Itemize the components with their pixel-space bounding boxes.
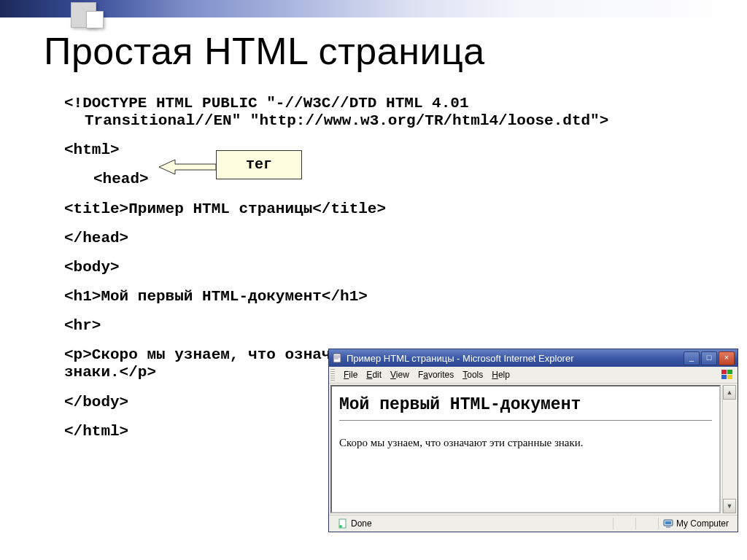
svg-rect-2 bbox=[721, 370, 727, 374]
menu-edit[interactable]: Edit bbox=[366, 370, 382, 380]
ie-title-bar[interactable]: Пример HTML страницы - Microsoft Interne… bbox=[329, 349, 738, 367]
svg-rect-5 bbox=[727, 375, 732, 379]
status-done: Done bbox=[351, 518, 372, 529]
rendered-paragraph: Скоро мы узнаем, что означают эти странн… bbox=[339, 437, 712, 449]
decor-square-small bbox=[86, 11, 104, 28]
toolbar-grip-icon[interactable] bbox=[330, 369, 335, 381]
slide-title: Простая HTML страница bbox=[44, 29, 485, 73]
minimize-button[interactable]: _ bbox=[684, 351, 700, 365]
scroll-track[interactable] bbox=[723, 400, 736, 499]
scroll-up-button[interactable]: ▲ bbox=[723, 385, 736, 400]
code-title: <title>Пример HTML страницы</title> bbox=[64, 201, 725, 218]
ie-menu-bar: File Edit View Favorites Tools Help bbox=[329, 367, 738, 384]
menu-favorites[interactable]: Favorites bbox=[418, 370, 454, 380]
menu-tools[interactable]: Tools bbox=[462, 370, 483, 380]
svg-rect-9 bbox=[665, 521, 671, 524]
document-icon bbox=[338, 518, 348, 529]
svg-rect-4 bbox=[721, 375, 727, 379]
code-doctype-2: Transitional//EN" "http://www.w3.org/TR/… bbox=[85, 112, 725, 130]
code-head-close: </head> bbox=[64, 230, 725, 247]
windows-logo-icon bbox=[720, 368, 736, 381]
status-zone: My Computer bbox=[676, 518, 729, 529]
scroll-down-button[interactable]: ▼ bbox=[723, 499, 736, 513]
rendered-hr bbox=[339, 420, 712, 421]
svg-rect-10 bbox=[666, 526, 670, 528]
code-html-open: <html> bbox=[64, 141, 725, 159]
ie-page-icon bbox=[332, 353, 342, 363]
menu-help[interactable]: Help bbox=[492, 370, 510, 380]
ie-status-bar: Done My Computer bbox=[329, 515, 738, 532]
code-h1: <h1>Мой первый HTML-документ</h1> bbox=[64, 288, 725, 306]
ie-window-title: Пример HTML страницы - Microsoft Interne… bbox=[347, 353, 684, 364]
slide-top-gradient bbox=[0, 0, 747, 18]
my-computer-icon bbox=[663, 518, 673, 529]
menu-view[interactable]: View bbox=[390, 370, 409, 380]
svg-rect-1 bbox=[333, 354, 341, 362]
callout-arrow-icon bbox=[159, 158, 216, 176]
rendered-heading: Мой первый HTML-документ bbox=[339, 395, 712, 414]
menu-file[interactable]: File bbox=[344, 370, 357, 380]
code-hr: <hr> bbox=[64, 317, 725, 335]
maximize-button[interactable]: □ bbox=[701, 351, 717, 365]
code-doctype-1: <!DOCTYPE HTML PUBLIC "-//W3C//DTD HTML … bbox=[64, 95, 725, 112]
ie-window: Пример HTML страницы - Microsoft Interne… bbox=[328, 349, 738, 532]
svg-rect-3 bbox=[727, 370, 732, 374]
svg-point-7 bbox=[339, 525, 342, 528]
vertical-scrollbar[interactable]: ▲ ▼ bbox=[722, 385, 736, 513]
code-body-open: <body> bbox=[64, 259, 725, 276]
ie-viewport: Мой первый HTML-документ Скоро мы узнаем… bbox=[330, 385, 721, 513]
callout-tag: тег bbox=[216, 150, 302, 179]
close-button[interactable]: × bbox=[719, 351, 735, 365]
svg-marker-0 bbox=[159, 160, 216, 174]
